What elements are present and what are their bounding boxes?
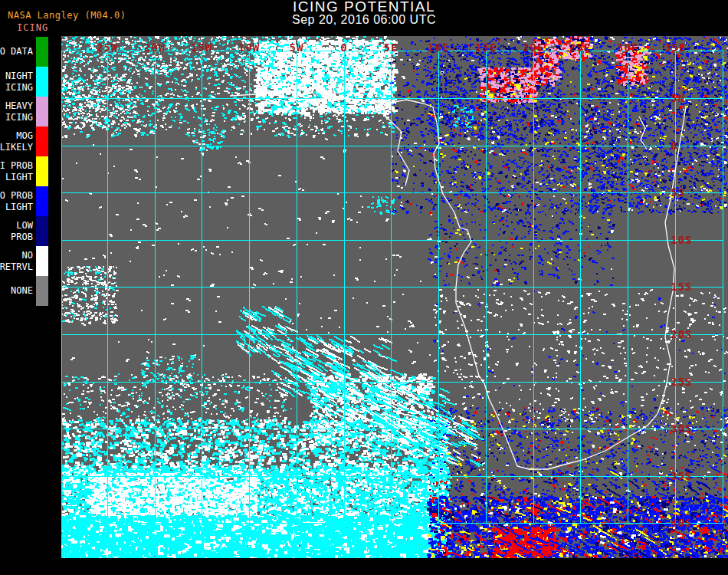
lon-label-10e: 10E xyxy=(421,41,455,54)
title-block: ICING POTENTIAL Sep 20, 2016 06:00 UTC xyxy=(0,0,728,26)
icing-potential-page: NASA Langley (M04.0) ICING ICING POTENTI… xyxy=(0,0,728,575)
legend-label-none: NONE xyxy=(0,276,33,306)
lat-label-40s: 40S xyxy=(671,517,692,529)
legend-label-low-prob: LOW PROB xyxy=(0,216,33,246)
legend-swatch-no-data xyxy=(36,37,48,67)
legend-swatch-mog-likely xyxy=(36,127,48,156)
lon-label-25w: 25W xyxy=(90,41,124,54)
lon-label-5e: 5E xyxy=(374,41,408,54)
legend-swatch-heavy-icing xyxy=(36,97,48,127)
page-subtitle: Sep 20, 2016 06:00 UTC xyxy=(0,14,728,26)
lat-label-35s: 35S xyxy=(671,470,692,482)
legend-label-no-data: O DATA xyxy=(0,37,33,67)
lon-label-0: 0 xyxy=(327,41,361,54)
lon-label-35e: 35E xyxy=(658,41,692,54)
legend-label-heavy-icing: HEAVY ICING xyxy=(0,97,33,127)
lat-label-10s: 10S xyxy=(671,234,692,246)
legend-swatch-mod-prob-light xyxy=(36,186,48,216)
lat-label-30s: 30S xyxy=(671,422,692,435)
map-canvas xyxy=(61,36,728,558)
legend-label-hi-prob-light: I PROB LIGHT xyxy=(0,156,33,186)
legend-swatch-hi-prob-light xyxy=(36,156,48,186)
legend-swatch-no-retrvl xyxy=(36,246,48,276)
footer-bar: MT10 ICING POTENTIAL SEP 20, 2016 06:00Z… xyxy=(0,558,728,575)
legend-swatch-low-prob xyxy=(36,216,48,246)
lon-label-25e: 25E xyxy=(563,41,597,54)
lat-label-20s: 20S xyxy=(671,328,692,340)
legend-label-mog-likely: MOG LIKELY xyxy=(0,127,33,156)
lat-label-5n: 5N xyxy=(671,92,685,104)
lon-label-15e: 15E xyxy=(469,41,503,54)
lon-label-30e: 30E xyxy=(611,41,644,54)
lat-label-25s: 25S xyxy=(671,376,692,388)
legend-label-mod-prob-light: O PROB LIGHT xyxy=(0,186,33,216)
lon-label-10w: 10W xyxy=(232,41,266,54)
lon-label-20w: 20W xyxy=(138,41,172,54)
legend-swatch-none xyxy=(36,276,48,306)
lat-label-5s: 5S xyxy=(671,186,685,199)
lat-label-15s: 15S xyxy=(671,281,692,293)
lon-label-5w: 5W xyxy=(280,41,313,54)
legend-label-night-icing: NIGHT ICING xyxy=(0,67,33,97)
legend-swatch-night-icing xyxy=(36,67,48,97)
lon-label-15w: 15W xyxy=(185,41,218,54)
lat-label-0: 0 xyxy=(671,140,677,152)
icing-map: 25W20W15W10W5W05E10E15E20E25E30E35E5N05S… xyxy=(61,36,728,558)
lon-label-20e: 20E xyxy=(516,41,550,54)
page-title: ICING POTENTIAL xyxy=(0,0,728,14)
legend-label-no-retrvl: NO RETRVL xyxy=(0,246,33,276)
